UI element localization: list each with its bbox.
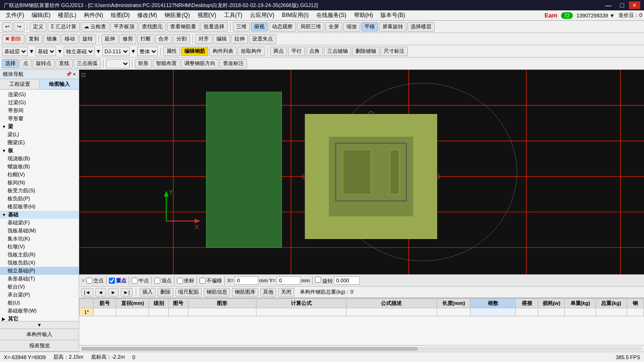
snap-midpoint-heavy[interactable]: 重点	[109, 277, 126, 284]
btn-undo[interactable]: ↩	[2, 22, 13, 32]
btn-properties[interactable]: 属性	[163, 47, 180, 56]
cell-diameter[interactable]	[116, 308, 149, 316]
snap-vertex[interactable]: 顶点	[154, 277, 172, 284]
btn-other[interactable]: 其他	[260, 288, 276, 296]
btn-fullscreen[interactable]: 全屏	[325, 22, 342, 32]
scroll-down-icon[interactable]: ▼	[37, 322, 42, 328]
btn-delete[interactable]: ✖ 删除	[2, 34, 25, 44]
cell-loss[interactable]	[538, 308, 565, 316]
tree-item[interactable]: 承台梁(P)	[0, 291, 79, 299]
view-mode-select[interactable]: 整体	[137, 47, 158, 56]
x-input[interactable]	[235, 276, 258, 285]
menu-edit[interactable]: 编辑(E)	[28, 10, 54, 20]
tree-item[interactable]: 螺旋板(B)	[0, 163, 79, 171]
tree-item[interactable]: 连梁(G)	[0, 90, 79, 99]
drawing-area[interactable]: Y X ⊡	[79, 70, 644, 274]
snap-coord[interactable]: 坐标	[177, 277, 194, 284]
btn-local-3d[interactable]: 局部三维	[297, 22, 324, 32]
btn-next[interactable]: ►	[108, 288, 119, 296]
btn-last[interactable]: ►|	[121, 288, 133, 296]
rotate-input[interactable]	[334, 276, 360, 285]
tree-item[interactable]: 桩(U)	[0, 299, 79, 307]
tree-item[interactable]: 集水坑(K)	[0, 235, 79, 243]
cell-formula[interactable]	[256, 308, 347, 316]
btn-steel-info[interactable]: 钢筋信息	[204, 288, 230, 296]
btn-split[interactable]: 分割	[173, 34, 190, 44]
btn-stretch[interactable]: 拉伸	[231, 34, 248, 44]
tree-item[interactable]: 圈梁(E)	[0, 139, 79, 147]
menu-file[interactable]: 文件(F)	[2, 10, 28, 20]
btn-mirror[interactable]: 镜像	[43, 34, 60, 44]
btn-rotate-point[interactable]: 旋转点	[33, 59, 55, 68]
btn-two-points[interactable]: 两点	[270, 47, 287, 56]
btn-redo[interactable]: ↪	[14, 22, 25, 32]
snap-midpoint[interactable]: 中点	[132, 277, 149, 284]
cell-fig-num[interactable]	[168, 308, 188, 316]
tree-item[interactable]: 板受力筋(S)	[0, 187, 79, 195]
btn-insert-row[interactable]: 插入	[140, 288, 156, 296]
btn-cloud-check[interactable]: ☁ 云检查	[81, 22, 109, 32]
close-button[interactable]: ×	[629, 1, 640, 9]
btn-steel-lib[interactable]: 钢筋图库	[232, 288, 258, 296]
menu-bim[interactable]: BIM应用(I)	[278, 10, 313, 20]
btn-report-preview[interactable]: 报表预览	[0, 340, 79, 352]
tree-item[interactable]: 板负筋(P)	[0, 195, 79, 203]
menu-steel-qty[interactable]: 钢筋量(Q)	[161, 10, 193, 20]
menu-floor[interactable]: 楼层(L)	[54, 10, 80, 20]
tree-item[interactable]: 带形间	[0, 107, 79, 115]
btn-adjust-direction[interactable]: 调整钢筋方向	[181, 59, 219, 68]
btn-batch-select[interactable]: 批量选择	[200, 22, 228, 32]
tree-group-foundation[interactable]: ▼ 基础	[0, 211, 79, 219]
tree-item[interactable]: 桩台(V)	[0, 283, 79, 291]
tree-item[interactable]: 楼层板带(H)	[0, 203, 79, 211]
cell-splice[interactable]	[516, 308, 538, 316]
tree-item[interactable]: 板间(N)	[0, 179, 79, 187]
cell-shape[interactable]	[188, 308, 256, 316]
cell-steel-type[interactable]	[627, 308, 644, 316]
btn-zoom[interactable]: 缩放	[343, 22, 360, 32]
tree-item[interactable]: 柱墩(V)	[0, 243, 79, 251]
tree-item[interactable]: 现浇板(B)	[0, 155, 79, 163]
id-select[interactable]: DJ-111	[102, 47, 130, 56]
menu-modify[interactable]: 修改(M)	[133, 10, 161, 20]
menu-component[interactable]: 构件(N)	[80, 10, 107, 20]
btn-move[interactable]: 移动	[61, 34, 78, 44]
nav-engineering-settings[interactable]: 工程设置	[0, 79, 40, 89]
btn-line-mode[interactable]: 直线	[56, 59, 73, 68]
nav-drawing-input[interactable]: 绘图输入	[40, 79, 79, 89]
snap-no-offset[interactable]: 不偏移	[199, 277, 222, 284]
btn-scale-steel[interactable]: 缩尺配筋	[175, 288, 202, 296]
tree-item[interactable]: 条形基础(T)	[0, 275, 79, 283]
btn-pan[interactable]: 平移	[361, 22, 378, 32]
btn-delete-row[interactable]: 删除	[157, 288, 173, 296]
component-select[interactable]: 独立基础	[64, 47, 95, 56]
cell-formula-desc[interactable]	[347, 308, 437, 316]
btn-select-mode[interactable]: 选择	[2, 59, 19, 68]
menu-help[interactable]: 帮助(H)	[350, 10, 377, 20]
tree-item[interactable]: 筏板负筋(X)	[0, 259, 79, 267]
btn-merge[interactable]: 合并	[155, 34, 172, 44]
btn-trim[interactable]: 修剪	[119, 34, 136, 44]
floor-select[interactable]: 基础层	[2, 47, 28, 56]
minimize-button[interactable]: —	[601, 1, 615, 9]
menu-online[interactable]: 在线服务(S)	[313, 10, 350, 20]
btn-rotate[interactable]: 旋转	[79, 34, 96, 44]
category-select[interactable]: 基础	[35, 47, 56, 56]
btn-summary[interactable]: Σ 汇总计算	[48, 22, 80, 32]
btn-three-axis[interactable]: 三点辅轴	[324, 47, 351, 56]
tree-item[interactable]: 基础梁(F)	[0, 219, 79, 227]
tree-group-other[interactable]: ▶ 其它	[0, 315, 79, 321]
btn-del-axis[interactable]: 删除辅轴	[352, 47, 380, 56]
btn-point-mode[interactable]: 点	[20, 59, 32, 68]
btn-close-steel[interactable]: 关闭	[278, 288, 294, 296]
btn-dimension[interactable]: 尺寸标注	[380, 47, 408, 56]
btn-view-steel[interactable]: 查看钢筋量	[167, 22, 199, 32]
tree-group-slab[interactable]: ▼ 板	[0, 147, 79, 155]
btn-select-floor[interactable]: 选择楼层	[407, 22, 435, 32]
menu-version[interactable]: 版本号(B)	[377, 10, 409, 20]
btn-smart-layout[interactable]: 智能布置	[153, 59, 180, 68]
cell-total-weight[interactable]	[596, 308, 627, 316]
btn-top-view[interactable]: 俯视	[251, 22, 268, 32]
btn-single-input[interactable]: 单构件输入	[0, 329, 79, 340]
tree-item[interactable]: 筏板主筋(R)	[0, 251, 79, 259]
